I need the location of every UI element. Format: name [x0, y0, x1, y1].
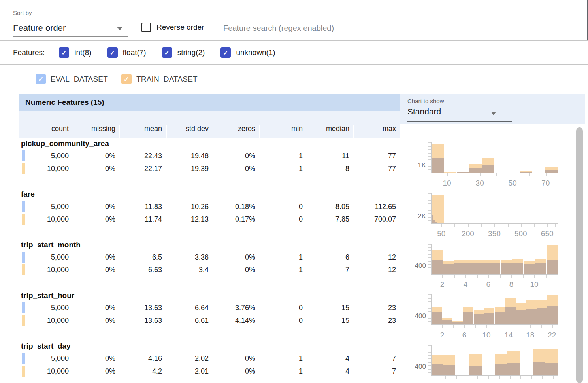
histogram-trip_start_month: 400246810: [400, 240, 574, 290]
feature-type-label: int(8): [74, 48, 91, 57]
y-axis-tick: [428, 271, 431, 271]
x-axis-tick-label: 2: [433, 331, 451, 339]
stat-cell: 0%: [213, 253, 259, 262]
y-axis-label: 2K: [400, 212, 426, 220]
y-axis-tick: [428, 142, 431, 143]
y-axis-tick: [428, 200, 431, 201]
eval-dataset-swatch: [22, 150, 25, 161]
column-header-max: max: [353, 125, 400, 138]
x-axis-tick: [555, 224, 556, 227]
scrollbar-thumb[interactable]: [576, 127, 583, 383]
feature-type-item-string[interactable]: ✓string(2): [162, 47, 205, 58]
x-axis-tick: [464, 173, 464, 176]
x-axis-tick: [520, 325, 520, 328]
eval-bar: [524, 264, 535, 274]
x-axis-tick: [494, 224, 495, 227]
x-axis-tick: [453, 325, 454, 328]
legend-item-eval_dataset[interactable]: ✓EVAL_DATASET: [36, 74, 108, 84]
x-axis-tick: [447, 173, 448, 176]
stat-cell: 6.61: [166, 317, 213, 325]
feature-block-trip_start_hour: trip_start_hour5,0000%13.636.643.76%0152…: [19, 290, 400, 341]
feature-type-item-int[interactable]: ✓int(8): [59, 47, 91, 58]
y-axis-tick: [428, 153, 431, 154]
stat-cell: 7: [353, 367, 400, 375]
checkbox-checked-icon[interactable]: ✓: [107, 47, 118, 58]
x-axis-tick: [477, 275, 478, 278]
stat-cell: 4: [307, 355, 353, 363]
dataset-label: TRAIN_DATASET: [136, 75, 198, 83]
stat-cell: 7.85: [307, 215, 353, 224]
stat-cell: 1: [259, 165, 307, 173]
sort-by-dropdown[interactable]: Feature order: [13, 23, 66, 33]
stat-cell: 15: [307, 304, 353, 312]
stat-cell: 4: [307, 367, 353, 375]
eval-bar: [443, 264, 454, 274]
reverse-order-checkbox[interactable]: [141, 23, 151, 32]
column-header-count: count: [19, 125, 73, 138]
train-dataset-swatch: [22, 315, 25, 326]
eval-bar: [495, 364, 507, 375]
check-icon: ✓: [164, 49, 170, 57]
x-axis-tick: [496, 173, 497, 176]
stat-cell: 0%: [213, 165, 259, 173]
x-axis-tick: [445, 376, 446, 379]
y-axis-tick: [428, 294, 431, 295]
eval-bar: [477, 263, 488, 274]
chevron-down-icon[interactable]: [117, 27, 122, 30]
stat-cell: 8: [307, 165, 353, 173]
feature-search-input[interactable]: [223, 21, 413, 36]
x-axis-tick-label: 70: [537, 179, 554, 188]
stat-cell: 0%: [73, 253, 119, 262]
eval-bar: [443, 365, 455, 375]
features-label: Features:: [13, 48, 45, 57]
stat-cell: 0%: [73, 367, 119, 375]
x-axis-tick: [454, 275, 455, 278]
y-axis-tick: [428, 169, 431, 170]
eval-bar: [526, 309, 537, 325]
eval-bar: [432, 215, 433, 224]
checkbox-checked-icon[interactable]: ✓: [59, 47, 69, 58]
stat-cell: 6: [307, 253, 353, 262]
legend-item-train_dataset[interactable]: ✓TRAIN_DATASET: [121, 74, 198, 84]
feature-type-item-float[interactable]: ✓float(7): [107, 47, 146, 58]
x-axis-tick: [513, 173, 513, 176]
dataset-checkbox-icon[interactable]: ✓: [36, 74, 46, 84]
chart-options-row: [400, 124, 574, 138]
stat-row-train: 10,0000%22.1719.390%1877: [19, 162, 400, 175]
stat-row-train: 10,0000%6.633.40%1712: [19, 264, 400, 276]
x-axis-tick: [521, 224, 522, 227]
eval-bar: [463, 312, 473, 325]
eval-bar: [432, 312, 442, 325]
x-axis-tick-label: 30: [471, 179, 488, 188]
x-axis-tick-label: 2: [433, 280, 451, 289]
checkbox-checked-icon[interactable]: ✓: [162, 47, 172, 58]
feature-name: trip_start_hour: [19, 290, 400, 301]
dataset-checkbox-icon[interactable]: ✓: [121, 74, 132, 84]
stat-cell: 12.13: [166, 215, 213, 224]
chart-type-dropdown[interactable]: Standard: [407, 107, 441, 116]
eval-bar: [474, 314, 484, 325]
stat-cell: 11.74: [119, 215, 166, 224]
chevron-down-icon[interactable]: [491, 112, 496, 115]
vertical-scrollbar[interactable]: [574, 125, 586, 383]
stat-cell: 0: [259, 304, 307, 312]
stat-cell: 0: [259, 203, 307, 211]
eval-bar: [469, 366, 482, 375]
stat-cell: 77: [353, 165, 400, 173]
feature-type-label: unknown(1): [236, 48, 275, 57]
reverse-order-label: Reverse order: [156, 23, 204, 32]
y-axis-tick: [428, 318, 431, 319]
x-axis-tick-label: 10: [526, 280, 543, 289]
table-column-headers: countmissingmeanstd devzerosminmedianmax: [19, 111, 400, 138]
stat-cell: 0%: [73, 304, 119, 312]
y-axis-tick: [428, 193, 431, 194]
checkbox-checked-icon[interactable]: ✓: [220, 47, 231, 58]
x-axis-tick: [454, 224, 455, 227]
stat-cell: 0.17%: [213, 215, 259, 224]
feature-type-item-unknown[interactable]: ✓unknown(1): [220, 47, 275, 58]
stat-cell: 4.16: [119, 355, 166, 363]
train-dataset-swatch: [22, 264, 25, 275]
eval-bar: [432, 364, 443, 375]
x-axis-tick: [488, 275, 489, 278]
y-axis-tick: [428, 264, 431, 265]
